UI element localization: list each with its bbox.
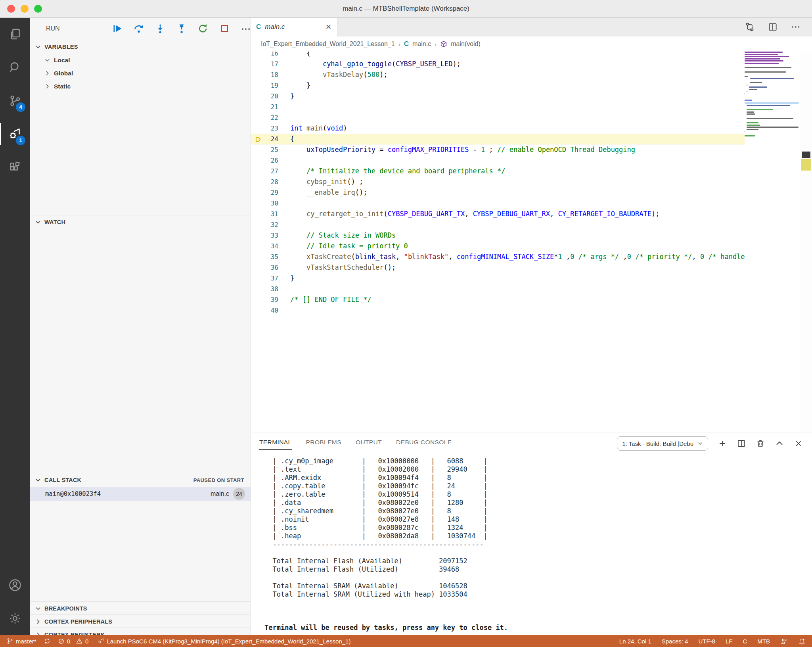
line-number[interactable]: 33 xyxy=(251,230,290,241)
eol-indicator[interactable]: LF xyxy=(726,638,733,645)
code-line-33[interactable]: 33 // Stack size in WORDs xyxy=(251,230,812,241)
code-line-35[interactable]: 35 xTaskCreate(blink_task, "blinkTask", … xyxy=(251,252,812,262)
line-number[interactable]: 30 xyxy=(251,198,290,209)
tab-debug-console[interactable]: DEBUG CONSOLE xyxy=(396,439,452,448)
line-number[interactable]: 27 xyxy=(251,166,290,177)
line-number[interactable]: 38 xyxy=(251,284,290,294)
restart-button[interactable] xyxy=(197,23,209,35)
sync-button[interactable] xyxy=(44,637,51,645)
watch-section-header[interactable]: WATCH xyxy=(30,215,251,229)
line-number[interactable]: 25 xyxy=(251,144,290,155)
terminal-output[interactable]: | .cy_m0p_image | 0x10000000 | 6088 | | … xyxy=(251,455,812,635)
line-number[interactable]: 20 xyxy=(251,91,290,102)
code-editor[interactable]: 16 {17 cyhal_gpio_toggle(CYBSP_USER_LED)… xyxy=(251,52,812,432)
minimap[interactable] xyxy=(745,52,800,432)
code-line-28[interactable]: 28 cybsp_init() ; xyxy=(251,177,812,187)
continue-button[interactable] xyxy=(111,23,123,35)
tab-main-c[interactable]: C main.c ✕ xyxy=(251,17,337,36)
settings-button[interactable] xyxy=(0,602,30,635)
line-number[interactable]: 21 xyxy=(251,102,290,112)
close-tab-icon[interactable]: ✕ xyxy=(326,23,331,31)
close-panel-icon[interactable] xyxy=(794,439,803,448)
terminal-selector-dropdown[interactable]: 1: Task - Build: Build [Debu xyxy=(617,436,708,451)
code-line-37[interactable]: 37} xyxy=(251,273,812,284)
line-number[interactable]: 36 xyxy=(251,262,290,273)
variables-scope-local[interactable]: Local xyxy=(30,54,251,67)
sidebar-item-run-and-debug[interactable]: 1 xyxy=(0,117,30,151)
code-line-24[interactable]: 24{ xyxy=(251,134,812,144)
launch-config-indicator[interactable]: Launch PSoC6 CM4 (KitProg3_MiniProg4) (I… xyxy=(97,637,350,645)
line-number[interactable]: 19 xyxy=(251,80,290,91)
code-line-36[interactable]: 36 vTaskStartScheduler(); xyxy=(251,262,812,273)
cursor-position-indicator[interactable]: Ln 24, Col 1 xyxy=(619,638,651,645)
code-line-40[interactable]: 40 xyxy=(251,305,812,316)
new-terminal-icon[interactable] xyxy=(718,439,727,448)
code-line-23[interactable]: 23int main(void) xyxy=(251,123,812,134)
indentation-indicator[interactable]: Spaces: 4 xyxy=(662,638,688,645)
notifications-bell-icon[interactable] xyxy=(798,637,806,645)
tab-output[interactable]: OUTPUT xyxy=(356,439,382,448)
encoding-indicator[interactable]: UTF-8 xyxy=(698,638,715,645)
debug-more-actions-button[interactable] xyxy=(240,23,252,35)
code-line-26[interactable]: 26 xyxy=(251,155,812,166)
breakpoints-section-header[interactable]: BREAKPOINTS xyxy=(30,601,251,615)
breadcrumb-file[interactable]: main.c xyxy=(412,40,431,48)
feedback-icon[interactable] xyxy=(780,637,788,645)
line-number[interactable]: 31 xyxy=(251,209,290,219)
stop-button[interactable] xyxy=(218,23,230,35)
code-line-16[interactable]: 16 { xyxy=(251,52,812,59)
line-number[interactable]: 23 xyxy=(251,123,290,134)
code-line-39[interactable]: 39/* [] END OF FILE */ xyxy=(251,294,812,305)
code-line-18[interactable]: 18 vTaskDelay(500); xyxy=(251,69,812,80)
code-line-30[interactable]: 30 xyxy=(251,198,812,209)
mtb-indicator[interactable]: MTB xyxy=(757,638,770,645)
code-line-29[interactable]: 29 __enable_irq(); xyxy=(251,187,812,198)
line-number[interactable]: 24 xyxy=(251,134,290,144)
variables-scope-static[interactable]: Static xyxy=(30,80,251,93)
step-over-button[interactable] xyxy=(133,23,145,35)
overview-ruler[interactable] xyxy=(800,52,812,432)
open-changes-icon[interactable] xyxy=(745,22,755,32)
line-number[interactable]: 34 xyxy=(251,241,290,252)
call-stack-frame-row[interactable]: main@0x100023f4 main.c 24 xyxy=(30,487,251,501)
sidebar-item-source-control[interactable]: 4 xyxy=(0,84,30,117)
code-line-20[interactable]: 20} xyxy=(251,91,812,102)
code-line-31[interactable]: 31 cy_retarget_io_init(CYBSP_DEBUG_UART_… xyxy=(251,209,812,219)
variables-scope-global[interactable]: Global xyxy=(30,67,251,80)
line-number[interactable]: 39 xyxy=(251,294,290,305)
kill-terminal-icon[interactable] xyxy=(756,439,765,448)
line-number[interactable]: 29 xyxy=(251,187,290,198)
line-number[interactable]: 22 xyxy=(251,112,290,123)
maximize-panel-icon[interactable] xyxy=(775,439,784,448)
line-number[interactable]: 18 xyxy=(251,69,290,80)
tab-problems[interactable]: PROBLEMS xyxy=(306,439,341,448)
code-line-34[interactable]: 34 // Idle task = priority 0 xyxy=(251,241,812,252)
sidebar-item-explorer[interactable] xyxy=(0,17,30,51)
line-number[interactable]: 17 xyxy=(251,59,290,69)
language-indicator[interactable]: C xyxy=(743,638,747,645)
line-number[interactable]: 28 xyxy=(251,177,290,187)
breadcrumb-symbol[interactable]: main(void) xyxy=(451,40,481,48)
line-number[interactable]: 26 xyxy=(251,155,290,166)
line-number[interactable]: 37 xyxy=(251,273,290,284)
line-number[interactable]: 40 xyxy=(251,305,290,316)
code-line-22[interactable]: 22 xyxy=(251,112,812,123)
line-number[interactable]: 16 xyxy=(251,52,290,59)
step-into-button[interactable] xyxy=(154,23,166,35)
code-line-19[interactable]: 19 } xyxy=(251,80,812,91)
more-actions-icon[interactable] xyxy=(791,22,801,32)
variables-section-header[interactable]: VARIABLES xyxy=(30,40,251,54)
code-line-21[interactable]: 21 xyxy=(251,102,812,112)
sidebar-item-extensions[interactable] xyxy=(0,151,30,184)
split-editor-icon[interactable] xyxy=(768,22,778,32)
branch-indicator[interactable]: master* xyxy=(6,637,36,645)
line-number[interactable]: 32 xyxy=(251,219,290,230)
step-out-button[interactable] xyxy=(176,23,188,35)
code-line-32[interactable]: 32 xyxy=(251,219,812,230)
breadcrumb-folder[interactable]: IoT_Expert_Embedded_World_2021_Lesson_1 xyxy=(261,40,395,48)
sidebar-item-search[interactable] xyxy=(0,51,30,84)
tab-terminal[interactable]: TERMINAL xyxy=(259,439,292,448)
code-line-27[interactable]: 27 /* Initialize the device and board pe… xyxy=(251,166,812,177)
problems-indicator[interactable]: 0 0 xyxy=(58,637,89,645)
line-number[interactable]: 35 xyxy=(251,252,290,262)
